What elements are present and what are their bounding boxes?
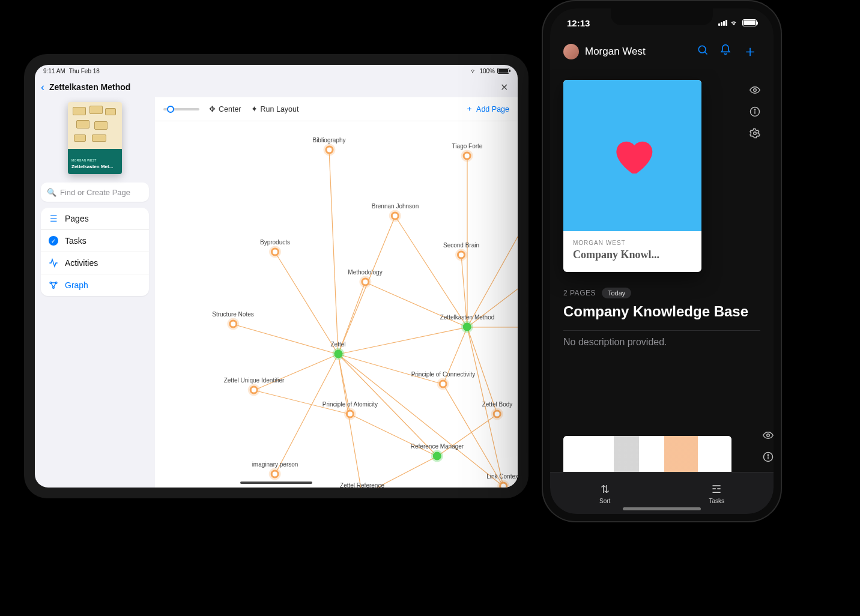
graph-node[interactable]: Link Context [486,473,518,488]
ipad-screen: 9:11 AM Thu Feb 18 ᯤ 100% ‹ Zettelkasten… [35,65,518,488]
section-title: Company Knowledge Base [563,303,760,321]
run-layout-button[interactable]: ✦ Run Layout [251,104,299,113]
svg-point-2 [53,287,55,289]
graph-node-dot [361,278,369,286]
sidebar-item-graph[interactable]: Graph [41,274,149,296]
ipad-header: ‹ Zettelkasten Method ✕ [35,77,518,97]
ipad-device: 9:11 AM Thu Feb 18 ᯤ 100% ‹ Zettelkasten… [24,54,528,498]
svg-point-31 [698,46,706,53]
thumb-author: MORGAN WEST [71,159,97,162]
add-button[interactable]: ＋ [740,41,760,62]
avatar[interactable] [563,44,579,59]
iphone-content[interactable]: MORGAN WEST Company Knowl... 2 PAGES Tod… [550,69,774,472]
graph-node-label: Bibliography [312,137,345,143]
svg-line-4 [395,216,467,327]
divider [563,330,760,331]
graph-node[interactable]: Second Brain [443,242,479,259]
graph-node[interactable]: imaginary person [252,461,298,479]
search-input[interactable]: 🔍 Find or Create Page [41,183,149,202]
date-badge: Today [602,288,631,298]
page-title: Zettelkasten Method [49,82,130,92]
tasks-icon: ☲ [712,483,721,496]
graph-node-dot [346,410,354,418]
iphone-header: Morgan West ＋ [550,37,774,69]
graph-node-dot [334,350,342,358]
search-icon: 🔍 [47,188,56,197]
notebook-card[interactable]: MORGAN WEST Company Knowl... [563,80,701,272]
list-icon: ☰ [48,213,59,224]
back-button[interactable]: ‹ [41,81,44,94]
info-button[interactable] [763,451,774,465]
graph-node[interactable]: Bibliography [312,137,345,154]
next-card-peek[interactable] [563,436,731,472]
graph-node[interactable]: Zettel Unique Identifier [224,377,285,394]
sidebar-item-tasks[interactable]: ✓ Tasks [41,230,149,252]
graph-node-dot [439,380,447,388]
sidebar-item-pages[interactable]: ☰ Pages [41,208,149,230]
home-indicator[interactable] [623,507,701,510]
graph-node[interactable]: Brennan Johnson [372,203,419,220]
graph-node-dot [229,320,237,328]
graph-node-label: Reference Manager [411,443,464,450]
graph-node[interactable]: Methodology [348,269,382,286]
sidebar-item-activities[interactable]: Activities [41,252,149,274]
section-description: No description provided. [563,337,760,348]
info-button[interactable] [749,106,760,119]
graph-panel: ✥ Center ✦ Run Layout ＋ Add Page Bibliog… [155,97,518,488]
graph-node[interactable]: Zettelkasten Method [440,314,495,331]
graph-canvas[interactable]: BibliographyTiago ForteBrennan JohnsonNo… [155,121,518,488]
graph-node[interactable]: Zettel Reference [340,482,384,488]
battery-percent: 100% [479,68,495,74]
card-author: MORGAN WEST [573,240,692,246]
graph-icon [48,280,59,291]
graph-node-label: Brennan Johnson [372,203,419,210]
graph-node-label: Zettel [330,341,345,348]
pages-count: 2 PAGES [563,289,596,297]
iphone-device: 12:13 ᯤ Morgan West ＋ MORGAN WEST Compa [542,0,782,522]
graph-node-label: Zettel Body [482,401,513,408]
add-page-button[interactable]: ＋ Add Page [465,104,509,114]
visibility-button[interactable] [749,85,760,98]
graph-edges [155,121,518,488]
search-button[interactable] [694,44,711,59]
tab-sort[interactable]: ⇅ Sort [599,483,610,504]
tab-tasks[interactable]: ☲ Tasks [709,483,724,504]
graph-node-dot [499,482,507,488]
zoom-slider[interactable] [163,108,199,110]
svg-point-33 [754,89,757,92]
close-button[interactable]: ✕ [500,82,508,93]
graph-node[interactable]: Zettel [330,341,345,358]
graph-node-label: imaginary person [252,461,298,468]
nav-label: Graph [65,280,88,290]
wifi-icon: ᯤ [731,19,739,28]
thumb-title: Zettelkasten Met... [71,164,118,169]
settings-button[interactable] [749,128,760,141]
graph-node[interactable]: Reference Manager [411,443,464,460]
activity-icon [48,258,59,268]
graph-node[interactable]: Tiago Forte [452,143,483,160]
center-icon: ✥ [209,104,216,113]
graph-node[interactable]: Zettel Body [482,401,513,418]
graph-node[interactable]: Principle of Atomicity [322,401,378,418]
graph-node[interactable]: Principle of Connectivity [411,371,476,388]
battery-icon [497,68,509,74]
visibility-button[interactable] [763,430,774,443]
card-cover [563,80,701,231]
notebook-thumbnail[interactable]: MORGAN WEST Zettelkasten Met... [68,102,122,174]
graph-node[interactable]: Structure Notes [212,311,253,328]
svg-point-41 [768,454,769,456]
graph-node-label: Zettel Unique Identifier [224,377,285,384]
graph-node-label: Byproducts [260,239,290,246]
svg-point-36 [754,109,756,110]
center-button[interactable]: ✥ Center [209,104,241,113]
graph-node[interactable]: Byproducts [260,239,290,256]
graph-node-dot [271,470,279,479]
home-indicator[interactable] [240,482,312,484]
graph-node-label: Methodology [348,269,382,276]
graph-node-label: Zettelkasten Method [440,314,495,321]
iphone-screen: 12:13 ᯤ Morgan West ＋ MORGAN WEST Compa [550,8,774,514]
nav-label: Pages [65,214,89,223]
notifications-button[interactable] [717,44,734,59]
wifi-icon: ᯤ [470,67,477,74]
user-name: Morgan West [585,46,688,58]
